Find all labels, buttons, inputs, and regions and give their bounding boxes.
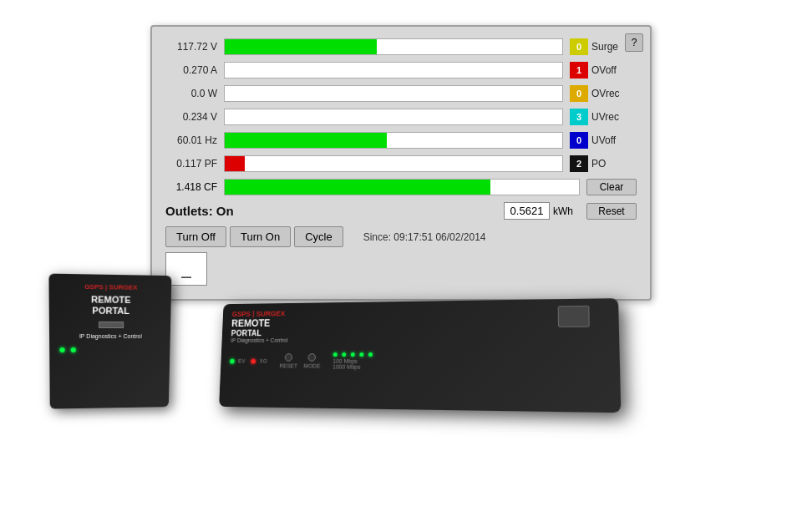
metric-row-voltage: 117.72 V 0 Surge	[165, 37, 637, 57]
small-device-port	[99, 322, 124, 328]
since-label: Since: 09:17:51 06/02/2014	[363, 231, 486, 243]
clear-button[interactable]: Clear	[586, 179, 637, 195]
large-device-top: GSPS | SURGEX REMOTE PORTAL IP Diagnosti…	[221, 298, 619, 349]
surge-indicator: 0	[570, 38, 588, 55]
net-led-3	[351, 352, 355, 357]
pf-label: 0.117 PF	[165, 158, 224, 170]
kwh-group: 0.5621 kWh	[504, 202, 580, 220]
main-panel: ? 117.72 V 0 Surge 0.270 A 1 OVoff	[150, 25, 652, 301]
large-device-port-group	[558, 306, 590, 327]
led-xg-group: XG	[251, 358, 267, 364]
led-green-1	[59, 347, 64, 352]
metric-row-current: 0.270 A 1 OVoff	[165, 60, 637, 80]
frequency-bar-container	[224, 132, 563, 149]
uvrec-label: UVrec	[591, 111, 619, 123]
cycle-button[interactable]: Cycle	[294, 226, 343, 247]
uvoff-label: UVoff	[591, 134, 616, 146]
ovoff-label: OVoff	[591, 64, 617, 76]
mode-label: MODE	[303, 363, 320, 369]
small-device-brand: GSPS | SURGEX	[56, 282, 165, 291]
led-xg	[251, 358, 256, 363]
ovoff-indicator: 1	[570, 62, 588, 79]
speed-label-1000: 1000 Mbps	[332, 364, 609, 371]
network-leds	[333, 352, 609, 357]
metric-row-frequency: 60.01 Hz 0 UVoff	[165, 130, 637, 150]
large-device-bottom: EV XG RESET MODE	[221, 349, 620, 375]
net-led-4	[359, 352, 363, 357]
uvrec-indicator-group: 3 UVrec	[570, 109, 637, 125]
waveform-icon: ⎯	[165, 252, 207, 286]
metrics-section: 117.72 V 0 Surge 0.270 A 1 OVoff 0.0 W	[165, 37, 637, 174]
led-ev	[230, 358, 235, 363]
large-device-buttons-group: RESET MODE	[279, 353, 320, 368]
kwh-value: 0.5621	[504, 202, 550, 220]
po-indicator: 2	[570, 155, 588, 172]
net-led-1	[333, 352, 338, 357]
ovrec-indicator-group: 0 OVrec	[570, 85, 637, 102]
reset-indicator: RESET	[279, 353, 297, 368]
voltage2-bar-container	[224, 109, 563, 125]
voltage2-label: 0.234 V	[165, 111, 224, 123]
net-led-5	[368, 352, 373, 357]
watts-bar-container	[224, 85, 563, 102]
large-device-network-area: 100 Mbps 1000 Mbps	[332, 352, 609, 371]
large-device-info: GSPS | SURGEX REMOTE PORTAL IP Diagnosti…	[231, 306, 558, 342]
cf-row: 1.418 CF Clear	[165, 179, 637, 195]
surge-label: Surge	[591, 41, 618, 53]
kwh-unit: kWh	[553, 205, 573, 217]
turn-on-button[interactable]: Turn On	[230, 226, 291, 247]
reset-label-small: RESET	[279, 363, 297, 369]
led-green-2	[71, 347, 76, 352]
voltage-bar	[225, 39, 377, 54]
mode-btn	[308, 353, 317, 362]
net-led-2	[342, 352, 346, 357]
reset-button[interactable]: Reset	[586, 203, 637, 220]
po-label: PO	[591, 158, 606, 170]
uvoff-indicator: 0	[570, 132, 588, 149]
led-ev-label: EV	[238, 358, 246, 364]
large-device: GSPS | SURGEX REMOTE PORTAL IP Diagnosti…	[219, 298, 621, 413]
mode-indicator: MODE	[303, 353, 320, 368]
small-device-sub: IP Diagnostics + Control	[56, 333, 164, 339]
metric-row-pf: 0.117 PF 2 PO	[165, 154, 637, 174]
button-row: Turn Off Turn On Cycle Since: 09:17:51 0…	[165, 226, 637, 247]
led-xg-label: XG	[260, 358, 267, 364]
metric-row-watts: 0.0 W 0 OVrec	[165, 84, 637, 104]
po-indicator-group: 2 PO	[570, 155, 637, 172]
cf-label: 1.418 CF	[165, 181, 224, 193]
turn-off-button[interactable]: Turn Off	[165, 226, 226, 247]
current-bar-container	[224, 62, 563, 79]
uvrec-indicator: 3	[570, 109, 588, 125]
small-device-title: REMOTE PORTAL	[56, 294, 165, 317]
pf-bar-container	[224, 155, 563, 172]
led-ev-group: EV	[230, 358, 246, 364]
outlets-row: Outlets: On 0.5621 kWh Reset	[165, 202, 637, 220]
large-device-sub: IP Diagnostics + Control	[231, 336, 558, 343]
metric-row-voltage2: 0.234 V 3 UVrec	[165, 107, 637, 127]
voltage-label: 117.72 V	[165, 41, 224, 53]
help-button[interactable]: ?	[625, 33, 643, 52]
reset-btn-small	[285, 353, 293, 362]
pf-bar	[225, 156, 245, 171]
outlets-status: Outlets: On	[165, 204, 234, 218]
small-device: GSPS | SURGEX REMOTE PORTAL IP Diagnosti…	[48, 274, 171, 409]
small-device-leds	[56, 347, 163, 352]
frequency-label: 60.01 Hz	[165, 134, 224, 146]
large-device-leds-group: EV XG	[230, 358, 267, 364]
current-label: 0.270 A	[165, 64, 224, 76]
uvoff-indicator-group: 0 UVoff	[570, 132, 637, 149]
large-device-ethernet-port	[558, 306, 590, 327]
ovrec-indicator: 0	[570, 85, 588, 102]
voltage-bar-container	[224, 38, 563, 55]
small-device-port-area	[56, 322, 164, 329]
cf-bar-container	[224, 179, 580, 195]
cf-bar	[225, 180, 490, 195]
watts-label: 0.0 W	[165, 88, 224, 99]
ovoff-indicator-group: 1 OVoff	[570, 62, 637, 79]
ovrec-label: OVrec	[591, 88, 620, 99]
frequency-bar	[225, 133, 387, 148]
